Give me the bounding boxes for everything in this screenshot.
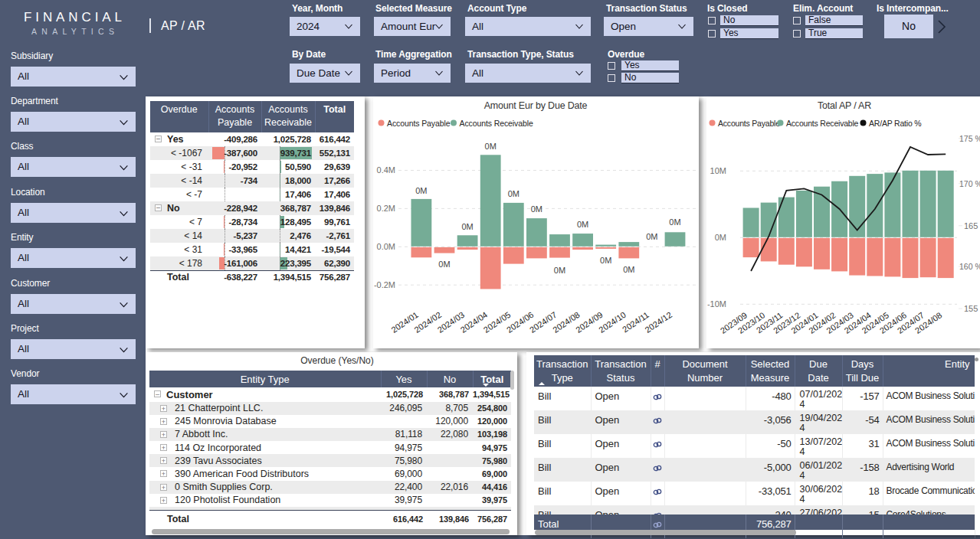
- svg-text:AR/AP Ratio %: AR/AP Ratio %: [869, 119, 921, 128]
- svg-text:0M: 0M: [438, 260, 450, 269]
- svg-text:0M: 0M: [623, 265, 634, 274]
- svg-text:165 %: 165 %: [964, 221, 980, 230]
- svg-text:Accounts Receivable: Accounts Receivable: [460, 119, 533, 128]
- svg-text:0M: 0M: [531, 204, 542, 214]
- svg-text:0M: 0M: [508, 189, 519, 198]
- svg-text:-0.2M: -0.2M: [374, 280, 395, 289]
- svg-text:0.0M: 0.0M: [377, 242, 395, 251]
- svg-text:-10M: -10M: [707, 299, 726, 309]
- svg-text:0M: 0M: [715, 233, 726, 242]
- svg-text:175 %: 175 %: [959, 134, 980, 143]
- svg-text:Accounts Payable: Accounts Payable: [718, 119, 780, 128]
- svg-text:Total AP / AR: Total AP / AR: [818, 100, 871, 111]
- svg-text:160 %: 160 %: [959, 262, 980, 271]
- svg-text:0M: 0M: [554, 266, 565, 275]
- svg-text:Accounts Payable: Accounts Payable: [387, 119, 451, 128]
- svg-text:Amount Eur by Due Date: Amount Eur by Due Date: [484, 100, 588, 111]
- svg-text:0.4M: 0.4M: [377, 165, 395, 175]
- svg-text:0M: 0M: [669, 217, 680, 227]
- svg-text:0.2M: 0.2M: [377, 204, 395, 213]
- svg-text:0M: 0M: [577, 220, 588, 229]
- svg-text:0M: 0M: [461, 222, 473, 231]
- svg-text:0M: 0M: [600, 256, 611, 265]
- svg-text:155 %: 155 %: [964, 304, 980, 313]
- svg-text:170 %: 170 %: [959, 179, 980, 188]
- svg-text:0M: 0M: [646, 232, 657, 241]
- svg-text:0M: 0M: [485, 142, 497, 151]
- svg-text:Accounts Receivable: Accounts Receivable: [786, 119, 859, 128]
- svg-text:0M: 0M: [415, 186, 427, 195]
- svg-text:10M: 10M: [710, 166, 726, 175]
